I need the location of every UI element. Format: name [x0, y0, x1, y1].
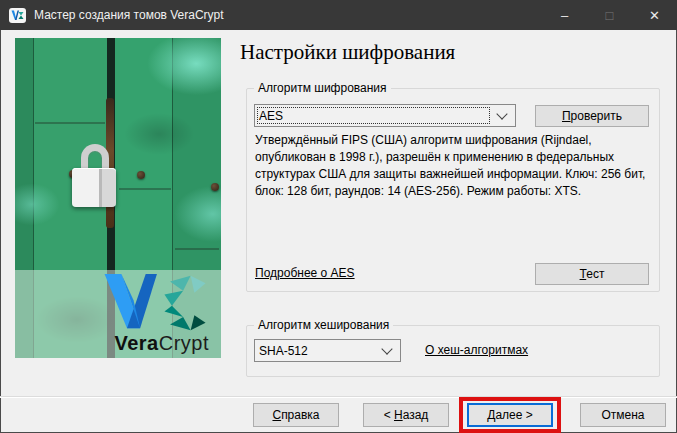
check-button[interactable]: Проверить	[535, 105, 649, 127]
hash-info-link[interactable]: О хеш-алгоритмах	[425, 343, 528, 357]
close-button[interactable]: ✕	[632, 0, 677, 30]
encryption-group-label: Алгоритм шифрования	[254, 81, 391, 95]
hash-algorithm-group: Алгоритм хеширования SHA-512 О хеш-алгор…	[246, 325, 660, 377]
page-title: Настройки шифрования	[240, 40, 455, 65]
window-title: Мастер создания томов VeraCrypt	[34, 8, 542, 22]
back-button-label: Н	[394, 408, 403, 422]
hash-algorithm-value: SHA-512	[255, 344, 377, 358]
back-button[interactable]: < Назад	[363, 403, 449, 427]
nail-dot	[211, 183, 219, 191]
veracrypt-logo	[101, 274, 211, 332]
veracrypt-app-icon	[9, 8, 26, 23]
maximize-button: □	[587, 0, 632, 30]
help-button-label: правка	[281, 408, 319, 422]
wood-scratch	[119, 188, 171, 190]
minimize-button[interactable]: –	[542, 0, 587, 30]
chevron-down-icon	[381, 343, 392, 354]
back-button-label: <	[384, 408, 394, 422]
cancel-button-label: Отмена	[601, 408, 644, 422]
check-button-label: П	[562, 109, 571, 123]
branding-band: VeraCrypt	[15, 270, 221, 358]
footer-divider	[0, 396, 677, 398]
more-about-aes-link[interactable]: Подробнее о AES	[255, 266, 355, 280]
veracrypt-wizard-window: Мастер создания томов VeraCrypt – □ ✕	[0, 0, 677, 433]
encryption-algorithm-select[interactable]: AES	[254, 104, 516, 127]
padlock-icon	[72, 168, 116, 207]
chevron-down-icon	[496, 108, 507, 119]
test-button[interactable]: Тест	[535, 263, 649, 285]
check-button-label: роверить	[571, 109, 622, 123]
nail-dot	[137, 171, 145, 179]
hash-group-label: Алгоритм хеширования	[254, 318, 393, 332]
veracrypt-icon-glyph	[11, 10, 24, 21]
next-button-label: алее >	[495, 408, 532, 422]
test-button-label: ест	[586, 267, 604, 281]
veracrypt-wordmark: VeraCrypt	[114, 332, 209, 355]
wordmark-crypt: Crypt	[159, 332, 209, 354]
wood-scratch	[35, 122, 105, 124]
cancel-button[interactable]: Отмена	[580, 403, 666, 427]
hash-algorithm-select[interactable]: SHA-512	[254, 339, 401, 362]
next-button[interactable]: Далее >	[467, 403, 553, 427]
wordmark-vera: Vera	[114, 332, 158, 354]
wood-scratch	[175, 248, 219, 250]
algorithm-description: Утверждённый FIPS (США) алгоритм шифрова…	[255, 132, 655, 200]
back-button-label: азад	[403, 408, 429, 422]
titlebar: Мастер создания томов VeraCrypt – □ ✕	[0, 0, 677, 30]
help-button[interactable]: Справка	[253, 403, 339, 427]
help-button-label: С	[272, 408, 281, 422]
encryption-algorithm-value: AES	[257, 107, 490, 124]
door-photo: VeraCrypt	[15, 38, 221, 358]
encryption-algorithm-group: Алгоритм шифрования AES Проверить Утверж…	[246, 88, 660, 292]
